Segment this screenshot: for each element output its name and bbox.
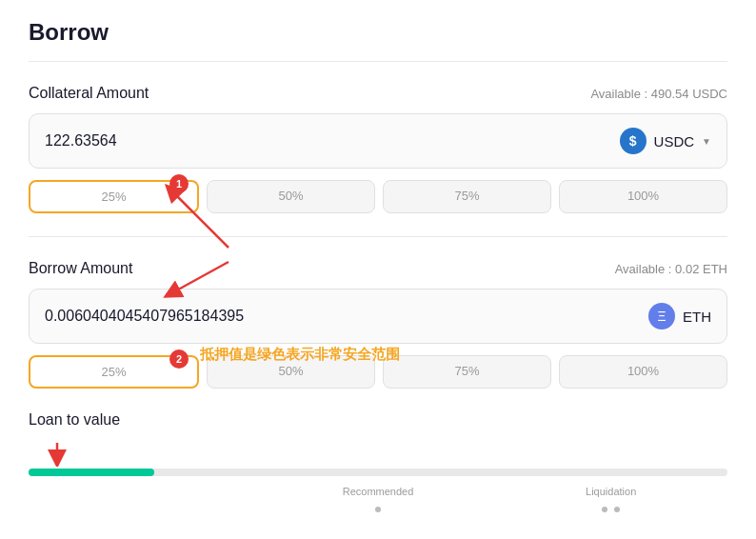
ltv-liquidation-dot1 [602, 507, 607, 512]
collateral-token-selector[interactable]: $ USDC ▼ [620, 128, 711, 154]
borrow-pct-row: 25% 50% 75% 100% [29, 355, 727, 389]
ltv-markers: Recommended Liquidation [29, 482, 727, 516]
eth-icon: Ξ [648, 303, 675, 329]
collateral-available: Available : 490.54 USDC [590, 87, 727, 101]
borrow-input-container: Ξ ETH [29, 289, 727, 344]
borrow-pct-75[interactable]: 75% [383, 355, 551, 389]
ltv-bar-container [29, 469, 727, 476]
collateral-input[interactable] [45, 132, 620, 150]
collateral-pct-50[interactable]: 50% [207, 180, 375, 213]
collateral-chevron-icon: ▼ [702, 136, 711, 147]
usdc-icon: $ [620, 128, 647, 154]
collateral-pct-75[interactable]: 75% [383, 180, 551, 213]
borrow-available: Available : 0.02 ETH [615, 262, 727, 276]
ltv-section: Loan to value Recommended Liquid [29, 411, 727, 516]
borrow-token-label: ETH [683, 309, 711, 325]
ltv-bar-background [29, 469, 727, 476]
ltv-label: Loan to value [29, 411, 727, 429]
collateral-label: Collateral Amount [29, 85, 149, 102]
borrow-token-selector[interactable]: Ξ ETH [648, 303, 711, 329]
collateral-section: Collateral Amount Available : 490.54 USD… [29, 85, 727, 213]
ltv-arrow [29, 438, 124, 467]
borrow-pct-100[interactable]: 100% [559, 355, 727, 389]
borrow-input[interactable] [45, 308, 648, 325]
borrow-pct-50[interactable]: 50% [207, 355, 375, 389]
ltv-liquidation-dot2 [614, 507, 620, 512]
ltv-recommended-label: Recommended [343, 486, 414, 497]
borrow-section: Borrow Amount Available : 0.02 ETH Ξ ETH… [29, 260, 727, 389]
title-divider [29, 61, 727, 62]
page-title: Borrow [29, 19, 727, 46]
badge-1: 1 [169, 174, 189, 193]
collateral-token-label: USDC [654, 133, 695, 150]
collateral-pct-100[interactable]: 100% [559, 180, 727, 213]
ltv-recommended-dot [375, 507, 381, 512]
collateral-input-container: $ USDC ▼ [29, 113, 727, 169]
collateral-pct-row: 25% 50% 75% 100% [29, 180, 727, 213]
ltv-liquidation-label: Liquidation [586, 486, 636, 497]
ltv-bar-fill [29, 469, 154, 476]
badge-2: 2 [169, 349, 189, 369]
section-divider [29, 236, 727, 237]
borrow-label: Borrow Amount [29, 260, 132, 277]
